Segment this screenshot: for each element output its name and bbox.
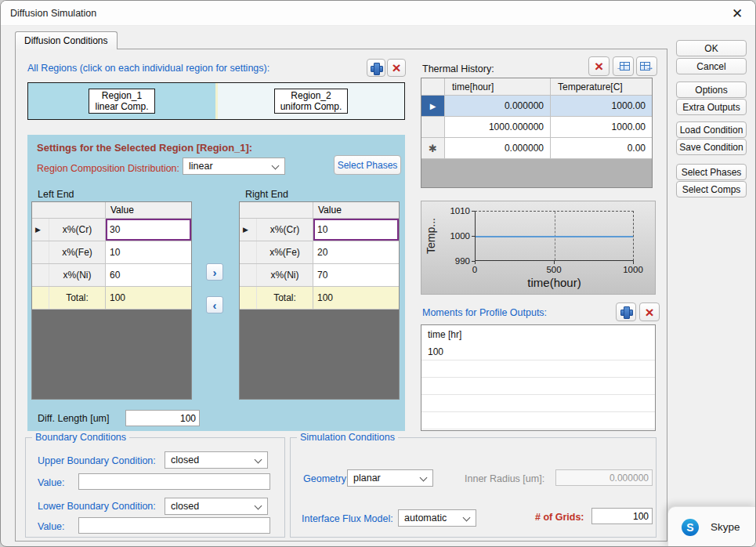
x-tick-500: 500	[538, 265, 570, 274]
interface-flux-label: Interface Flux Model:	[302, 513, 393, 524]
delete-moment-button[interactable]: ×	[639, 302, 660, 321]
options-button[interactable]: Options	[676, 82, 747, 98]
load-condition-button[interactable]: Load Condition	[676, 121, 747, 138]
lower-value-input[interactable]	[78, 517, 270, 534]
list-separator	[421, 429, 655, 429]
region-2-comp: uniform Comp.	[280, 101, 342, 112]
col-time-header: time[hour]	[445, 78, 551, 95]
x-tick-1000: 1000	[617, 265, 649, 274]
plus-icon	[620, 306, 631, 317]
settings-panel: Settings for the Selected Region [Region…	[27, 135, 405, 431]
upper-value-input[interactable]	[78, 473, 270, 490]
add-region-button[interactable]	[367, 59, 385, 77]
right-end-table: Value ▶ x%(Cr) 10 x%(Fe) 20 x%(Ni) 70	[239, 201, 400, 400]
thermal-delete-button[interactable]: ×	[588, 56, 610, 76]
temp-cell[interactable]: 1000.00	[551, 117, 652, 137]
row-gutter	[240, 264, 257, 286]
region-1-area[interactable]: Region_1 linear Comp.	[28, 83, 215, 119]
header-blank	[240, 202, 313, 218]
select-comps-button[interactable]: Select Comps	[676, 181, 747, 197]
geometry-value: planar	[353, 473, 381, 484]
thermal-import-button[interactable]: →	[613, 56, 634, 76]
geometry-combo[interactable]: planar	[347, 469, 433, 487]
all-regions-label: All Regions (click on each individual re…	[27, 63, 269, 74]
skype-label: Skype	[711, 521, 740, 533]
interface-flux-combo[interactable]: automatic	[398, 509, 476, 527]
tab-diffusion-conditions[interactable]: Diffusion Conditions	[15, 31, 118, 49]
simulation-conditions-group: Simulation Conditions Geometry: planar I…	[290, 437, 657, 538]
row-value-cell[interactable]: 70	[313, 264, 399, 286]
row-label: x%(Fe)	[49, 241, 106, 263]
cancel-button[interactable]: Cancel	[676, 58, 747, 74]
time-cell[interactable]: 0.000000	[445, 138, 551, 158]
inner-radius-label: Inner Radius [um]:	[465, 473, 544, 484]
row-value-cell[interactable]: 30	[106, 219, 191, 241]
import-table-icon	[620, 62, 630, 71]
upper-value-label: Value:	[38, 477, 65, 488]
thermal-export-button[interactable]: →	[636, 56, 657, 76]
row-gutter	[421, 117, 445, 137]
close-button[interactable]: ✕	[719, 1, 755, 26]
table-header: Value	[32, 202, 191, 219]
row-gutter	[240, 287, 257, 309]
region-2-box[interactable]: Region_2 uniform Comp.	[274, 89, 349, 114]
extra-outputs-button[interactable]: Extra Outputs	[676, 99, 747, 115]
chart-plot-area	[475, 211, 634, 261]
upper-boundary-combo[interactable]: closed	[165, 451, 268, 469]
table-row: x%(Ni) 70	[240, 264, 399, 287]
row-label: x%(Cr)	[257, 219, 313, 241]
thermal-header: time[hour] Temperature[C]	[421, 78, 652, 96]
chevron-left-icon: ‹	[213, 299, 217, 311]
row-label: x%(Ni)	[257, 264, 313, 286]
tab-label: Diffusion Conditions	[24, 35, 108, 46]
lower-boundary-value: closed	[171, 501, 199, 512]
lower-value-label: Value:	[38, 521, 65, 532]
tick	[475, 261, 476, 264]
row-value-cell[interactable]: 60	[106, 264, 191, 286]
select-phases-action-button[interactable]: Select Phases	[676, 164, 747, 180]
simulation-group-title: Simulation Conditions	[297, 432, 398, 443]
row-gutter	[32, 287, 49, 309]
chevron-down-icon	[255, 457, 262, 463]
region-2-area[interactable]: Region_2 uniform Comp.	[215, 83, 404, 119]
copy-left-button[interactable]: ‹	[206, 296, 223, 313]
left-end-table: Value ▶ x%(Cr) 30 x%(Fe) 10 x%(Ni) 60	[31, 201, 192, 400]
ok-button[interactable]: OK	[676, 40, 747, 56]
chart-y-axis-label: Temp...	[425, 208, 437, 263]
distribution-combo[interactable]: linear	[183, 158, 285, 175]
delete-region-button[interactable]: ×	[387, 59, 406, 77]
geometry-label: Geometry:	[303, 473, 349, 484]
grids-input[interactable]	[591, 508, 653, 524]
temp-cell[interactable]: 0.00	[551, 138, 652, 158]
total-row: Total: 100	[32, 287, 191, 310]
row-value-cell[interactable]: 10	[313, 219, 399, 241]
row-label: x%(Cr)	[49, 219, 106, 241]
total-value: 100	[106, 287, 191, 309]
inner-radius-input	[555, 469, 653, 486]
region-1-box[interactable]: Region_1 linear Comp.	[89, 89, 154, 114]
skype-flyout[interactable]: S Skype	[667, 506, 756, 547]
add-moment-button[interactable]	[616, 302, 636, 321]
row-value-cell[interactable]: 20	[313, 241, 399, 263]
left-end-label: Left End	[38, 189, 74, 200]
table-row: x%(Fe) 20	[240, 241, 399, 264]
time-cell[interactable]: 0.000000	[445, 96, 551, 116]
temp-cell[interactable]: 1000.00	[551, 96, 652, 116]
copy-right-button[interactable]: ›	[206, 263, 223, 281]
chevron-down-icon	[255, 503, 262, 509]
lower-boundary-combo[interactable]: closed	[165, 498, 268, 515]
select-phases-button[interactable]: Select Phases	[334, 155, 401, 175]
row-gutter	[32, 241, 49, 263]
time-cell[interactable]: 1000.000000	[445, 117, 551, 137]
row-value-cell[interactable]: 10	[106, 241, 191, 263]
diffusion-simulation-dialog: Diffusion Simulation ✕ Diffusion Conditi…	[0, 0, 756, 547]
header-value: Value	[313, 202, 399, 218]
moment-value[interactable]: 100	[428, 346, 443, 357]
total-label: Total:	[49, 287, 106, 309]
row-label: x%(Ni)	[49, 264, 106, 286]
plus-icon	[371, 63, 382, 74]
upper-boundary-value: closed	[171, 455, 199, 465]
table-row: x%(Fe) 10	[32, 241, 191, 264]
diff-length-input[interactable]	[125, 410, 200, 426]
save-condition-button[interactable]: Save Condition	[676, 139, 747, 155]
